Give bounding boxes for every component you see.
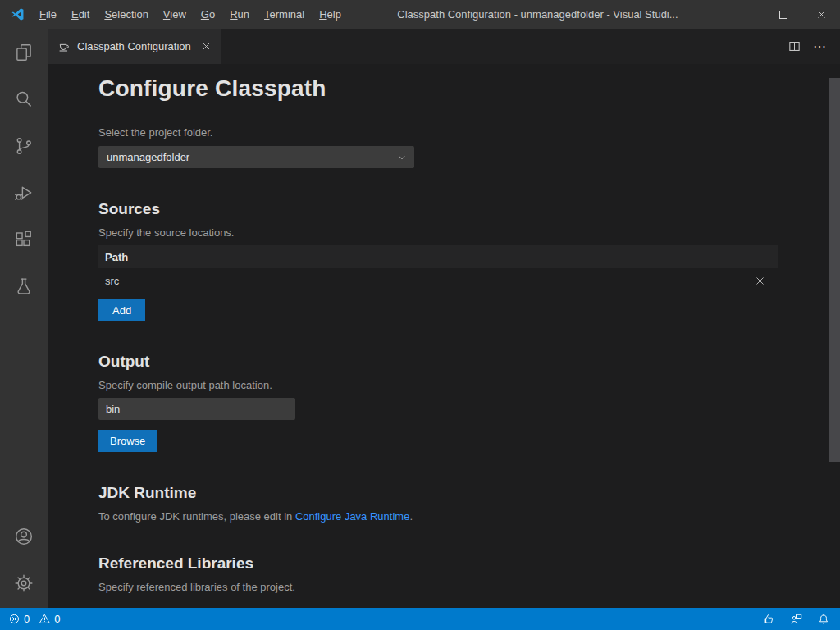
tab-close-icon[interactable] [201, 41, 212, 52]
project-folder-value: unmanagedfolder [107, 151, 189, 163]
editor-group: Classpath Configuration ⋯ [48, 29, 840, 608]
add-source-button[interactable]: Add [98, 299, 145, 321]
split-editor-icon[interactable] [788, 39, 801, 53]
minimize-button[interactable]: – [727, 0, 765, 29]
menu-view[interactable]: View [156, 0, 194, 29]
menu-terminal[interactable]: Terminal [257, 0, 312, 29]
vscode-window: File Edit Selection View Go Run Terminal… [0, 0, 840, 630]
window-title: Classpath Configuration - unmanagedfolde… [349, 8, 727, 21]
configure-java-runtime-link[interactable]: Configure Java Runtime [295, 510, 409, 523]
explorer-icon[interactable] [0, 29, 48, 75]
menu-help[interactable]: Help [312, 0, 349, 29]
tab-label: Classpath Configuration [77, 40, 191, 52]
menu-selection[interactable]: Selection [97, 0, 155, 29]
activity-bar [0, 29, 48, 608]
project-folder-select[interactable]: unmanagedfolder [98, 146, 414, 168]
bell-icon[interactable] [817, 613, 830, 626]
settings-gear-icon[interactable] [0, 559, 48, 606]
status-bar-right [762, 612, 830, 626]
sources-table-header: Path [98, 245, 778, 268]
chevron-down-icon [396, 152, 408, 163]
browse-button[interactable]: Browse [98, 430, 157, 452]
delete-source-icon[interactable] [754, 275, 766, 287]
titlebar: File Edit Selection View Go Run Terminal… [0, 0, 840, 29]
referenced-libraries-heading: Referenced Libraries [98, 555, 789, 573]
window-controls: – [727, 0, 840, 29]
jdk-runtime-text: To configure JDK runtimes, please edit i… [98, 510, 789, 523]
menubar: File Edit Selection View Go Run Terminal… [32, 0, 349, 29]
vertical-scrollbar[interactable] [829, 78, 840, 462]
sources-description: Specify the source locations. [98, 226, 789, 239]
main-area: Classpath Configuration ⋯ [0, 29, 840, 608]
output-heading: Output [98, 353, 789, 371]
page-title: Configure Classpath [98, 75, 789, 102]
jdk-text-before: To configure JDK runtimes, please edit i… [98, 510, 295, 523]
output-path-input[interactable] [98, 398, 295, 420]
thumbsup-icon[interactable] [762, 613, 775, 626]
sources-heading: Sources [98, 200, 789, 218]
jdk-runtime-heading: JDK Runtime [98, 484, 789, 502]
sources-table: Path src [98, 245, 778, 293]
maximize-icon [779, 11, 788, 19]
run-and-debug-icon[interactable] [0, 169, 48, 216]
tab-classpath-configuration[interactable]: Classpath Configuration [48, 29, 221, 64]
error-icon [8, 613, 21, 625]
classpath-configuration-page: Configure Classpath Select the project f… [48, 64, 840, 608]
referenced-libraries-description: Specify referenced libraries of the proj… [98, 581, 789, 593]
source-path-value: src [105, 275, 119, 287]
status-bar: 0 0 [0, 608, 840, 630]
more-actions-icon[interactable]: ⋯ [813, 40, 827, 53]
warning-icon [39, 613, 51, 625]
source-path-row[interactable]: src [98, 268, 778, 293]
project-folder-label: Select the project folder. [98, 126, 789, 139]
menu-file[interactable]: File [32, 0, 64, 29]
path-column-header: Path [105, 251, 128, 263]
tab-bar: Classpath Configuration ⋯ [48, 29, 840, 64]
source-control-icon[interactable] [0, 122, 48, 169]
jdk-text-after: . [409, 510, 413, 523]
extensions-icon[interactable] [0, 216, 48, 262]
feedback-icon[interactable] [789, 612, 803, 626]
output-description: Specify compile output path location. [98, 379, 789, 391]
search-icon[interactable] [0, 75, 48, 122]
menu-edit[interactable]: Edit [64, 0, 97, 29]
problems-indicator[interactable]: 0 0 [8, 613, 66, 625]
menu-run[interactable]: Run [222, 0, 257, 29]
error-count: 0 [24, 613, 30, 625]
close-window-button[interactable] [802, 0, 840, 29]
maximize-button[interactable] [765, 0, 802, 29]
testing-icon[interactable] [0, 262, 48, 309]
accounts-icon[interactable] [0, 513, 48, 559]
editor-actions: ⋯ [788, 29, 840, 64]
java-cup-icon [57, 40, 71, 53]
menu-go[interactable]: Go [194, 0, 222, 29]
vscode-logo-icon [10, 7, 25, 22]
warning-count: 0 [54, 613, 60, 625]
